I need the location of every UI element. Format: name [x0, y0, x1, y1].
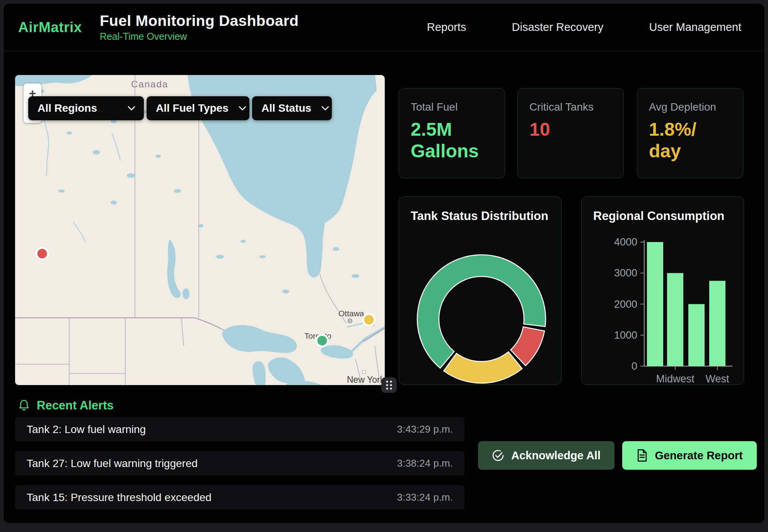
- generate-report-button[interactable]: Generate Report: [622, 441, 757, 470]
- bell-icon: [18, 399, 30, 412]
- stat-card-total-fuel: Total Fuel 2.5M Gallons: [399, 88, 505, 178]
- bar-region-0: [647, 242, 663, 366]
- map-filters: All Regions All Fuel Types All Status: [28, 96, 332, 120]
- y-tick-label: 4000: [614, 236, 637, 248]
- recent-alerts-heading: Recent Alerts: [18, 399, 114, 413]
- bar-region-2: [688, 304, 705, 367]
- nav-user-management[interactable]: User Management: [649, 21, 741, 34]
- tank-marker-warning[interactable]: [363, 314, 375, 326]
- page-subtitle: Real-Time Overview: [100, 31, 299, 42]
- status-filter-value: All Status: [261, 102, 311, 114]
- stat-value: 1.8%/ day: [649, 119, 731, 162]
- alert-message: Tank 15: Pressure threshold exceeded: [27, 491, 212, 504]
- bar-region-1: [667, 273, 683, 366]
- fuel-type-filter-value: All Fuel Types: [156, 102, 229, 114]
- check-circle-icon: [492, 449, 504, 462]
- region-filter-dropdown[interactable]: All Regions: [28, 96, 144, 120]
- regional-consumption-card: Regional Consumption 01000200030004000Mi…: [581, 196, 744, 385]
- tank-status-donut-chart: [399, 243, 562, 385]
- page-title: Fuel Monitoring Dashboard: [100, 12, 299, 29]
- alert-message: Tank 27: Low fuel warning triggered: [27, 457, 198, 470]
- map-canvas: Canada Ottawa Toronto New York: [15, 75, 385, 385]
- alert-row[interactable]: Tank 27: Low fuel warning triggered 3:38…: [15, 451, 464, 476]
- chevron-down-icon: [321, 106, 329, 111]
- stat-value-line: 10: [529, 119, 612, 140]
- status-filter-dropdown[interactable]: All Status: [252, 96, 332, 120]
- ottawa-city-dot-inner: [349, 320, 351, 322]
- chevron-down-icon: [128, 106, 135, 111]
- document-icon: [636, 449, 648, 462]
- chevron-down-icon: [239, 106, 246, 111]
- stat-card-critical-tanks: Critical Tanks 10: [517, 88, 624, 178]
- tank-status-distribution-card: Tank Status Distribution: [399, 196, 561, 385]
- stat-card-avg-depletion: Avg Depletion 1.8%/ day: [637, 88, 743, 178]
- y-tick-label: 0: [631, 360, 637, 372]
- alert-timestamp: 3:38:24 p.m.: [397, 457, 453, 469]
- stat-label: Total Fuel: [411, 101, 493, 113]
- dashboard-app: AirMatrix Fuel Monitoring Dashboard Real…: [3, 3, 765, 523]
- alert-timestamp: 3:43:29 p.m.: [397, 423, 453, 435]
- donut-segment-critical: [510, 327, 544, 366]
- header: AirMatrix Fuel Monitoring Dashboard Real…: [3, 3, 765, 51]
- generate-report-label: Generate Report: [655, 449, 742, 462]
- map-label-ottawa: Ottawa: [338, 309, 364, 318]
- stat-value: 2.5M Gallons: [411, 119, 493, 162]
- y-tick-label: 3000: [614, 267, 637, 279]
- donut-chart-title: Tank Status Distribution: [411, 209, 548, 223]
- map-label-newyork: New York: [347, 375, 385, 385]
- fuel-type-filter-dropdown[interactable]: All Fuel Types: [147, 96, 249, 120]
- alert-timestamp: 3:33:24 p.m.: [397, 491, 453, 503]
- main-nav: Reports Disaster Recovery User Managemen…: [427, 21, 741, 34]
- recent-alerts-title: Recent Alerts: [37, 399, 114, 413]
- stat-label: Critical Tanks: [529, 101, 612, 113]
- stat-label: Avg Depletion: [649, 101, 731, 113]
- acknowledge-all-label: Acknowledge All: [511, 449, 601, 462]
- nav-reports[interactable]: Reports: [427, 21, 466, 34]
- stat-value-line: day: [649, 140, 731, 162]
- map[interactable]: Canada Ottawa Toronto New York + − All R…: [15, 75, 385, 385]
- map-label-canada: Canada: [131, 79, 168, 89]
- x-tick-label: Midwest: [656, 373, 695, 385]
- resize-grip-handle[interactable]: [381, 377, 397, 393]
- alert-row[interactable]: Tank 15: Pressure threshold exceeded 3:3…: [15, 485, 464, 510]
- grip-dots-icon: [384, 379, 394, 391]
- alert-message: Tank 2: Low fuel warning: [27, 423, 146, 436]
- nav-disaster-recovery[interactable]: Disaster Recovery: [512, 21, 604, 34]
- y-tick-label: 1000: [614, 329, 637, 341]
- y-tick-label: 2000: [614, 298, 637, 310]
- newyork-city-dot: [362, 370, 365, 373]
- x-tick-label: West: [705, 373, 729, 385]
- alert-row[interactable]: Tank 2: Low fuel warning 3:43:29 p.m.: [15, 417, 464, 442]
- regional-consumption-bar-chart: 01000200030004000MidwestWest: [582, 197, 744, 385]
- donut-segment-warning: [444, 352, 522, 383]
- stat-value-line: Gallons: [411, 140, 493, 162]
- stat-value: 10: [529, 119, 612, 140]
- tank-marker-normal[interactable]: [316, 335, 328, 346]
- acknowledge-all-button[interactable]: Acknowledge All: [478, 441, 614, 470]
- app-logo: AirMatrix: [18, 19, 82, 36]
- stat-value-line: 2.5M: [411, 119, 493, 140]
- bar-region-3: [709, 281, 725, 366]
- region-filter-value: All Regions: [38, 102, 97, 114]
- stat-value-line: 1.8%/: [649, 119, 731, 140]
- title-block: Fuel Monitoring Dashboard Real-Time Over…: [100, 12, 299, 42]
- tank-marker-critical[interactable]: [36, 248, 48, 259]
